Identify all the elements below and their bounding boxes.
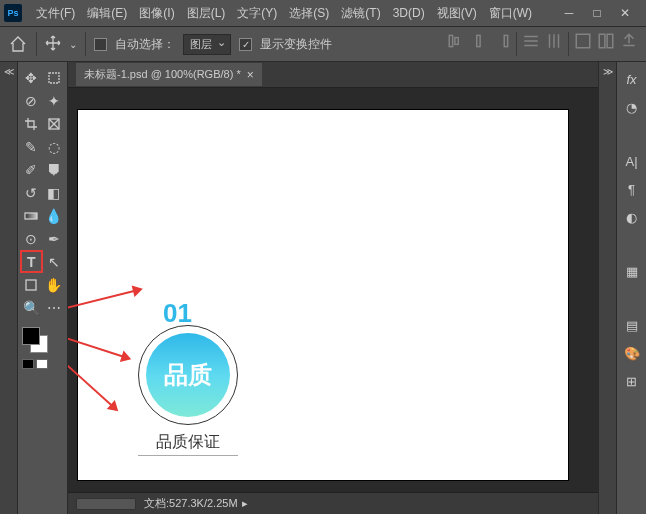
hand-tool[interactable]: ✋ [43,273,66,296]
transform-checkbox[interactable] [239,38,252,51]
svg-rect-4 [576,34,590,48]
stamp-tool[interactable]: ⛊ [43,158,66,181]
crop-tool[interactable] [20,112,43,135]
divider [36,32,37,56]
align-center-icon[interactable] [470,32,488,50]
svg-rect-1 [455,38,458,45]
eraser-tool[interactable]: ◧ [43,181,66,204]
chevron-icon: ≪ [4,66,14,77]
extra-tool[interactable]: ⋯ [43,296,66,319]
menu-window[interactable]: 窗口(W) [483,2,538,25]
divider [568,32,569,56]
pen-tool[interactable]: ✒ [43,227,66,250]
color-panel-icon[interactable]: 🎨 [621,342,643,364]
tab-title: 未标题-1.psd @ 100%(RGB/8) * [84,67,241,82]
path-tool[interactable]: ↖ [43,250,65,273]
auto-select-checkbox[interactable] [94,38,107,51]
divider [516,32,517,56]
shape-tool[interactable] [20,273,43,296]
share-icon[interactable] [620,32,638,50]
document-tab[interactable]: 未标题-1.psd @ 100%(RGB/8) * × [76,63,262,86]
distribute-icon[interactable] [545,32,563,50]
eyedropper-tool[interactable]: ✎ [20,135,43,158]
chevron-right-icon[interactable]: ▸ [242,497,248,510]
properties-panel-icon[interactable]: ⊞ [621,370,643,392]
tab-close-icon[interactable]: × [247,68,254,82]
chevron-icon: ≫ [603,66,613,514]
move-tool-icon[interactable] [45,35,61,54]
auto-select-label: 自动选择： [115,36,175,53]
color-wheel-icon[interactable]: ◔ [621,96,643,118]
wand-tool[interactable]: ✦ [43,89,66,112]
svg-rect-2 [477,35,480,46]
right-collapse[interactable]: ≫ [598,62,616,514]
options-bar: ⌄ 自动选择： 图层 显示变换控件 [0,26,646,62]
app-logo: Ps [4,4,22,22]
document-canvas[interactable]: 01 品质 品质保证 [78,110,568,480]
gradient-tool[interactable] [20,204,43,227]
doc-info-label: 文档:527.3K/2.25M [144,496,238,511]
close-button[interactable]: ✕ [618,6,632,20]
caption-text: 品质保证 [138,432,238,456]
maximize-button[interactable]: □ [590,6,604,20]
menu-view[interactable]: 视图(V) [431,2,483,25]
menu-type[interactable]: 文字(Y) [231,2,283,25]
layer-dropdown[interactable]: 图层 [183,34,231,55]
status-bar: 文档:527.3K/2.25M ▸ [68,492,598,514]
menu-select[interactable]: 选择(S) [283,2,335,25]
align-right-icon[interactable] [493,32,511,50]
mode-icon[interactable] [597,32,615,50]
align-left-icon[interactable] [447,32,465,50]
minimize-button[interactable]: ─ [562,6,576,20]
menu-filter[interactable]: 滤镜(T) [335,2,386,25]
type-tool[interactable]: T [20,250,43,273]
history-brush-tool[interactable]: ↺ [20,181,43,204]
screen-mode-icon[interactable] [36,359,48,369]
fx-panel-icon[interactable]: fx [621,68,643,90]
horizontal-scrollbar[interactable] [76,498,136,510]
svg-rect-5 [599,34,605,48]
chevron-down-icon[interactable]: ⌄ [69,39,77,50]
artboard-tool[interactable] [43,66,66,89]
blur-tool[interactable]: 💧 [43,204,66,227]
svg-rect-3 [504,35,507,46]
color-swatches[interactable] [20,327,65,357]
divider [85,32,86,56]
distribute-icon[interactable] [522,32,540,50]
toolbox: ✥ ⊘✦ ✎◌ ✐⛊ ↺◧ 💧 ⊙✒ T↖ ✋ 🔍⋯ [18,62,68,514]
circle-label: 品质 [164,359,212,391]
svg-rect-10 [26,280,36,290]
document-tabs: 未标题-1.psd @ 100%(RGB/8) * × [68,62,598,88]
move-tool[interactable]: ✥ [20,66,43,89]
right-panel-dock: fx ◔ A| ¶ ◐ ▦ ▤ 🎨 ⊞ [616,62,646,514]
layers-panel-icon[interactable]: ▤ [621,314,643,336]
menu-3d[interactable]: 3D(D) [387,3,431,23]
menu-edit[interactable]: 编辑(E) [81,2,133,25]
titlebar: Ps 文件(F) 编辑(E) 图像(I) 图层(L) 文字(Y) 选择(S) 滤… [0,0,646,26]
menu-file[interactable]: 文件(F) [30,2,81,25]
paragraph-panel-icon[interactable]: ¶ [621,178,643,200]
mode-icon[interactable] [574,32,592,50]
lasso-tool[interactable]: ⊘ [20,89,43,112]
zoom-tool[interactable]: 🔍 [20,296,43,319]
home-icon[interactable] [8,34,28,54]
patch-tool[interactable]: ◌ [43,135,66,158]
svg-rect-0 [449,35,452,46]
transform-label: 显示变换控件 [260,36,332,53]
canvas-viewport[interactable]: 01 品质 品质保证 [68,88,598,492]
svg-rect-6 [607,34,613,48]
foreground-color[interactable] [22,327,40,345]
menu-image[interactable]: 图像(I) [133,2,180,25]
brush-tool[interactable]: ✐ [20,158,43,181]
character-panel-icon[interactable]: A| [621,150,643,172]
dodge-tool[interactable]: ⊙ [20,227,43,250]
swatches-panel-icon[interactable]: ▦ [621,260,643,282]
svg-rect-7 [49,73,59,83]
brush-panel-icon[interactable]: ◐ [621,206,643,228]
left-collapse[interactable]: ≪ [0,62,18,514]
circle-gradient: 品质 [146,333,230,417]
frame-tool[interactable] [43,112,66,135]
quick-mask-icon[interactable] [22,359,34,369]
svg-rect-9 [25,213,37,219]
menu-layer[interactable]: 图层(L) [181,2,232,25]
